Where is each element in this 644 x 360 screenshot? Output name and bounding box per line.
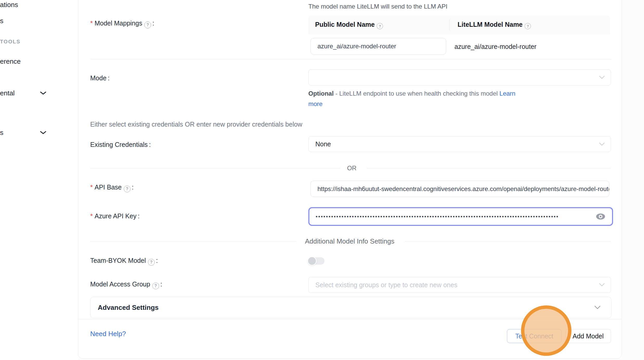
mode-label: Mode: <box>90 74 110 82</box>
advanced-settings-panel[interactable]: Advanced Settings <box>90 297 612 318</box>
help-icon[interactable]: ? <box>148 259 155 266</box>
model-mappings-label: *Model Mappings?: <box>90 19 154 28</box>
advanced-settings-title: Advanced Settings <box>98 304 159 312</box>
page-background <box>622 0 644 360</box>
model-access-group-select[interactable]: Select existing groups or type to create… <box>308 277 611 293</box>
need-help-link[interactable]: Need Help? <box>90 330 126 338</box>
masked-password-value: ••••••••••••••••••••••••••••••••••••••••… <box>316 213 586 220</box>
model-mappings-table-header: Public Model Name? LiteLLM Model Name? <box>308 16 610 34</box>
chevron-down-icon <box>599 283 605 287</box>
existing-credentials-label: Existing Credentials: <box>90 141 151 148</box>
divider <box>90 59 611 59</box>
team-byok-label: Team-BYOK Model?: <box>90 257 158 266</box>
required-mark: * <box>90 19 93 27</box>
test-connect-button[interactable]: Test Connect <box>507 329 562 343</box>
model-name-hint: The model name LiteLLM will send to the … <box>308 3 447 10</box>
team-byok-toggle[interactable] <box>308 257 324 265</box>
help-icon[interactable]: ? <box>377 23 383 29</box>
sidebar-item-organizations[interactable]: ations <box>0 1 18 9</box>
azure-api-key-input[interactable]: ••••••••••••••••••••••••••••••••••••••••… <box>308 207 613 226</box>
mode-helper-text: Optional - LiteLLM endpoint to use when … <box>308 88 519 109</box>
sidebar: ations s TOOLS erence ental s <box>0 0 78 360</box>
required-mark: * <box>90 184 93 191</box>
chevron-down-icon <box>599 75 605 80</box>
chevron-down-icon[interactable] <box>40 130 47 135</box>
api-base-input[interactable]: https://ishaa-mh6uutut-swedencentral.cog… <box>310 181 609 197</box>
sidebar-item-logs[interactable]: s <box>0 17 3 25</box>
azure-api-key-label: *Azure API Key: <box>90 212 140 220</box>
column-header-public-model-name: Public Model Name? <box>315 21 383 29</box>
add-model-button[interactable]: Add Model <box>565 329 611 343</box>
api-base-label: *API Base?: <box>90 184 134 192</box>
help-icon[interactable]: ? <box>124 186 131 192</box>
credentials-note: Either select existing credentials OR en… <box>90 121 302 128</box>
chevron-down-icon[interactable] <box>40 91 47 95</box>
or-divider: OR <box>90 168 611 168</box>
help-icon[interactable]: ? <box>152 283 159 289</box>
sidebar-item-settings[interactable]: s <box>0 129 3 137</box>
required-mark: * <box>90 212 93 220</box>
eye-icon[interactable] <box>595 213 606 220</box>
litellm-model-name-value: azure_ai/azure-model-router <box>454 43 536 50</box>
model-access-group-label: Model Access Group?: <box>90 280 162 289</box>
column-header-litellm-model-name: LiteLLM Model Name? <box>458 21 531 29</box>
additional-settings-divider: Additional Model Info Settings <box>90 241 611 241</box>
footer-divider <box>78 319 621 319</box>
select-placeholder: Select existing groups or type to create… <box>315 281 457 289</box>
help-icon[interactable]: ? <box>525 23 531 29</box>
sidebar-section-tools: TOOLS <box>0 39 21 45</box>
help-icon[interactable]: ? <box>144 22 151 28</box>
mode-select[interactable] <box>308 69 611 86</box>
chevron-down-icon <box>594 305 601 310</box>
existing-credentials-select[interactable]: None <box>308 136 611 152</box>
column-divider <box>449 19 450 30</box>
sidebar-item-experimental[interactable]: ental <box>0 89 15 97</box>
public-model-name-input[interactable]: azure_ai/azure-model-router <box>310 38 446 55</box>
sidebar-item-reference[interactable]: erence <box>0 57 21 66</box>
chevron-down-icon <box>599 142 605 146</box>
toggle-knob <box>307 256 317 266</box>
